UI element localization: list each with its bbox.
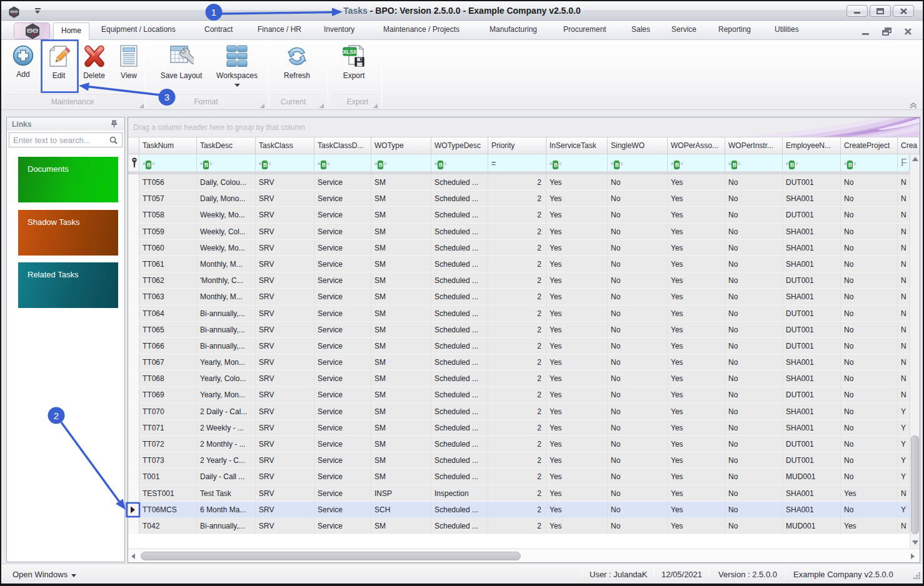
svg-text:XLSX: XLSX (343, 49, 357, 55)
